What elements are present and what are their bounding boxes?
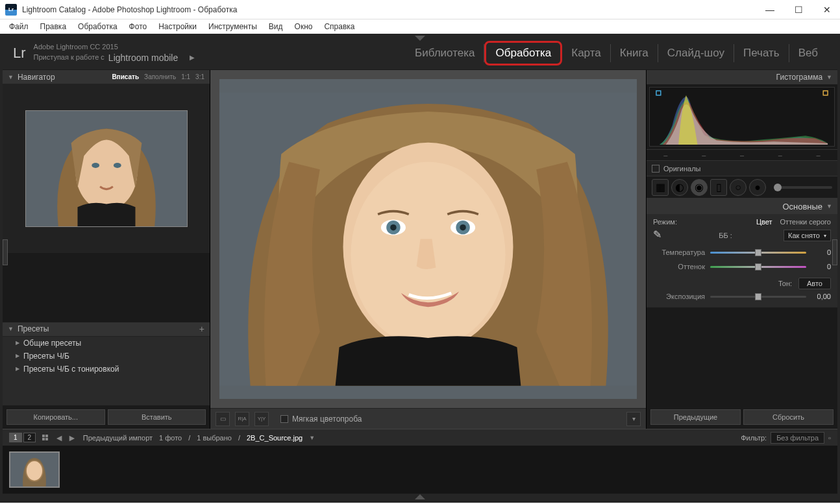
source-label[interactable]: Предыдущий импорт [83,434,153,442]
play-icon[interactable]: ▶ [190,53,195,62]
tint-value[interactable]: 0 [811,263,831,270]
compare-icon[interactable]: Y|Y [254,412,269,426]
paste-button[interactable]: Вставить [108,409,206,425]
preset-folder[interactable]: ▶Пресеты Ч/Б [3,350,210,363]
brush-tool-icon[interactable]: ● [749,179,766,196]
filmstrip[interactable] [3,446,837,494]
menu-window[interactable]: Окно [290,21,318,32]
wb-label: ББ : [719,232,732,239]
presets-header[interactable]: ▼ Пресеты + [3,322,210,337]
app-icon: Lr [5,4,17,16]
reset-button[interactable]: Сбросить [743,409,834,425]
nav-fwd-icon[interactable]: ► [68,433,77,443]
chevron-down-icon[interactable]: ▼ [309,435,315,441]
thumbnail[interactable] [9,451,60,488]
selected-count: 1 выбрано [197,434,232,442]
loupe-view-icon[interactable]: ▭ [216,412,230,426]
display-2[interactable]: 2 [23,433,36,442]
module-print[interactable]: Печать [734,44,789,62]
preset-folder[interactable]: ▶Пресеты Ч/Б с тонировкой [3,363,210,376]
menu-file[interactable]: Файл [4,21,34,32]
display-1[interactable]: 1 [9,433,22,442]
svg-marker-13 [656,91,661,95]
maximize-button[interactable]: ☐ [791,2,806,18]
spot-tool-icon[interactable]: ◐ [671,179,688,196]
temp-value[interactable]: 0 [811,248,831,256]
histogram-display[interactable] [647,84,837,149]
zoom-3-1[interactable]: 3:1 [195,73,204,80]
module-book[interactable]: Книга [611,44,658,62]
menu-edit[interactable]: Правка [35,21,72,32]
histogram-header[interactable]: Гистограмма ▼ [647,70,837,84]
basic-panel-title: Основные [782,202,822,211]
exposure-value[interactable]: 0,00 [811,293,831,300]
redeye-tool-icon[interactable]: ◉ [691,179,708,196]
svg-point-3 [113,163,121,168]
toolbar-chevron-icon[interactable]: ▾ [626,412,641,426]
basic-panel-header[interactable]: Основные ▼ [647,198,837,214]
mobile-label[interactable]: Lightroom mobile [108,52,178,64]
menu-develop[interactable]: Обработка [73,21,123,32]
tint-slider[interactable] [710,266,806,268]
crop-tool-icon[interactable]: ▦ [652,179,669,196]
auto-tone-button[interactable]: Авто [798,278,831,289]
presets-title: Пресеты [18,324,49,333]
zoom-fill[interactable]: Заполнить [144,73,176,80]
menu-photo[interactable]: Фото [124,21,153,32]
menu-view[interactable]: Вид [264,21,288,32]
temp-slider[interactable] [710,252,806,254]
close-button[interactable]: ✕ [819,2,835,18]
zoom-fit[interactable]: Вписать [112,73,139,80]
exposure-label: Экспозиция [653,293,705,300]
module-develop[interactable]: Обработка [484,41,562,66]
image-canvas[interactable] [210,70,646,408]
treatment-color[interactable]: Цвет [756,218,772,226]
filter-dropdown[interactable]: Без фильтра [771,432,824,444]
gradient-tool-icon[interactable]: ▯ [710,179,727,196]
previous-button[interactable]: Предыдущие [650,409,741,425]
filter-lock-icon[interactable]: ▫ [828,434,831,442]
preset-folder[interactable]: ▶Общие пресеты [3,337,210,350]
module-library[interactable]: Библиотека [406,44,484,62]
chevron-down-icon: ▼ [826,203,832,210]
softproof-label: Мягкая цветопроба [292,414,362,424]
left-grip[interactable] [3,239,8,265]
treatment-label: Режим: [653,218,677,226]
navigator-header[interactable]: ▼ Навигатор Вписать Заполнить 1:1 3:1 [3,70,210,84]
before-after-icon[interactable]: R|A [235,412,249,426]
exposure-slider[interactable] [710,296,806,298]
right-panel: Гистограмма ▼ ––––– Оригиналы [646,70,837,429]
radial-tool-icon[interactable]: ○ [730,179,747,196]
histogram-readout: ––––– [647,149,837,161]
module-map[interactable]: Карта [562,44,611,62]
copy-button[interactable]: Копировать... [6,409,105,425]
svg-point-9 [390,224,397,231]
navigator-title: Навигатор [18,73,55,82]
tint-label: Оттенок [653,263,705,270]
eyedropper-icon[interactable]: ✎ [653,228,667,243]
collapse-filmstrip-icon[interactable] [3,494,837,500]
menu-settings[interactable]: Настройки [153,21,202,32]
navigator-preview[interactable] [3,84,210,253]
tool-slider[interactable] [774,186,832,189]
module-web[interactable]: Веб [789,44,827,62]
chevron-down-icon: ▼ [826,74,832,80]
left-panel: ▼ Навигатор Вписать Заполнить 1:1 3:1 [3,70,210,429]
originals-label: Оригиналы [663,165,701,173]
right-grip[interactable] [832,239,837,265]
softproof-toggle[interactable]: Мягкая цветопроба [280,414,362,424]
svg-point-2 [92,163,99,168]
add-preset-icon[interactable]: + [199,324,204,334]
module-picker: Библиотека Обработка Карта Книга Слайд-ш… [406,41,827,66]
zoom-1-1[interactable]: 1:1 [181,73,190,80]
module-slideshow[interactable]: Слайд-шоу [658,44,734,62]
menu-tools[interactable]: Инструменты [203,21,262,32]
originals-row[interactable]: Оригиналы [647,161,837,176]
treatment-gray[interactable]: Оттенки серого [780,218,831,226]
nav-back-icon[interactable]: ◄ [55,433,64,443]
menu-help[interactable]: Справка [319,21,360,32]
preview-image [26,111,187,226]
wb-dropdown[interactable]: Как снято ▾ [784,230,831,241]
grid-icon[interactable] [42,435,48,440]
minimize-button[interactable]: — [762,2,778,18]
